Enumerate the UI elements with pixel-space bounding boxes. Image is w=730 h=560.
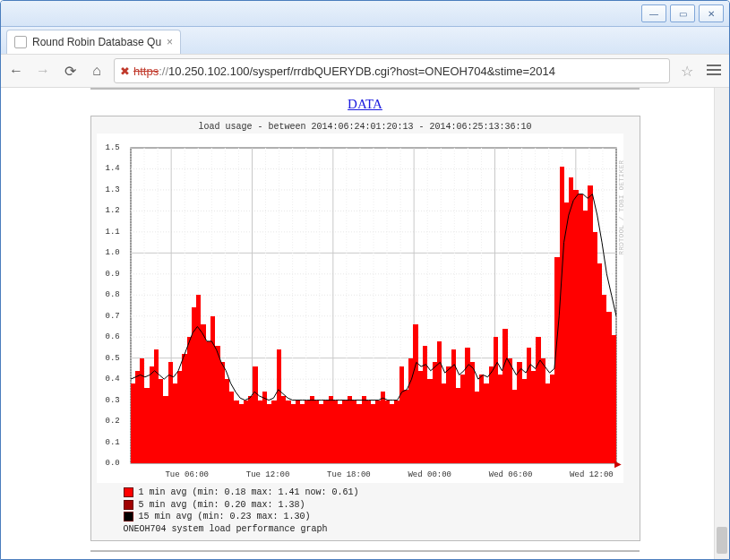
data-link-row: DATA	[19, 97, 711, 112]
window-maximize-button[interactable]: ▭	[670, 4, 695, 22]
scrollbar-track[interactable]	[714, 88, 729, 559]
tab-strip: Round Robin Database Qu ×	[1, 27, 729, 54]
y-tick-label: 1.2	[106, 206, 120, 215]
x-tick-label: Tue 06:00	[165, 470, 209, 479]
arrow-icon: ▶	[614, 459, 622, 469]
data-link[interactable]: DATA	[348, 97, 382, 111]
x-tick-label: Wed 00:00	[408, 470, 451, 479]
y-tick-label: 1.5	[106, 143, 120, 152]
y-tick-label: 1.1	[106, 228, 120, 237]
x-tick-label: Wed 12:00	[570, 470, 614, 479]
legend-text: 15 min avg (min: 0.23 max: 1.30)	[139, 511, 311, 523]
divider	[90, 88, 640, 90]
url-scheme: https	[133, 65, 159, 78]
y-tick-label: 0.8	[106, 290, 120, 299]
page-content: DATA load usage - between 2014:06:24:01:…	[1, 88, 729, 559]
y-tick-label: 1.3	[106, 185, 120, 194]
ssl-warning-icon: ✖	[120, 65, 130, 78]
scrollbar-thumb[interactable]	[717, 527, 727, 554]
star-icon: ☆	[681, 63, 693, 80]
chart-title: load usage - between 2014:06:24:01:20:13…	[97, 122, 634, 132]
legend-footer: ONEOH704 system load performance graph	[124, 523, 632, 536]
legend-swatch-icon	[124, 512, 133, 521]
y-tick-label: 0.9	[106, 270, 120, 279]
legend-swatch-icon	[124, 487, 133, 497]
y-tick-label: 0.0	[106, 459, 120, 468]
back-button[interactable]: ←	[6, 61, 26, 81]
reload-icon: ⟳	[64, 63, 76, 80]
back-icon: ←	[9, 63, 23, 79]
address-bar[interactable]: ✖ https://10.250.102.100/sysperf/rrdbQUE…	[114, 58, 670, 83]
legend: 1 min avg (min: 0.18 max: 1.41 now: 0.61…	[97, 483, 634, 540]
plot-area: 0.00.10.20.30.40.50.60.70.80.91.01.11.21…	[97, 134, 623, 483]
maximize-icon: ▭	[679, 9, 687, 19]
y-tick-label: 0.3	[106, 396, 120, 405]
x-tick-label: Tue 12:00	[246, 470, 290, 479]
url-text: 10.250.102.100/sysperf/rrdbQUERYDB.cgi?h…	[168, 65, 555, 78]
rrd-graph: load usage - between 2014:06:24:01:20:13…	[90, 116, 640, 541]
bookmark-button[interactable]: ☆	[677, 61, 697, 81]
hamburger-icon	[707, 65, 721, 77]
menu-button[interactable]	[704, 61, 724, 81]
y-tick-label: 0.1	[106, 438, 120, 447]
browser-window: — ▭ ✕ Round Robin Database Qu × ← → ⟳ ⌂ …	[0, 0, 730, 560]
legend-text: 5 min avg (min: 0.20 max: 1.38)	[139, 499, 305, 512]
y-tick-label: 1.0	[106, 248, 120, 257]
home-button[interactable]: ⌂	[87, 61, 107, 81]
y-tick-label: 0.5	[106, 354, 120, 363]
close-icon: ✕	[708, 9, 715, 19]
forward-button[interactable]: →	[33, 61, 53, 81]
browser-tab[interactable]: Round Robin Database Qu ×	[6, 30, 181, 54]
favicon-icon	[14, 36, 27, 48]
divider	[90, 550, 640, 552]
y-tick-label: 0.7	[106, 312, 120, 321]
legend-row-1min: 1 min avg (min: 0.18 max: 1.41 now: 0.61…	[124, 487, 632, 499]
toolbar: ← → ⟳ ⌂ ✖ https://10.250.102.100/sysperf…	[1, 54, 729, 88]
page-viewport: DATA load usage - between 2014:06:24:01:…	[1, 88, 729, 559]
reload-button[interactable]: ⟳	[60, 61, 80, 81]
window-titlebar: — ▭ ✕	[1, 1, 729, 27]
legend-text: 1 min avg (min: 0.18 max: 1.41 now: 0.61…	[139, 487, 359, 499]
window-minimize-button[interactable]: —	[641, 4, 666, 22]
y-tick-label: 0.4	[106, 375, 120, 383]
forward-icon: →	[36, 63, 50, 79]
tab-close-icon[interactable]: ×	[167, 36, 173, 48]
minimize-icon: —	[649, 9, 658, 19]
url-separator: ://	[159, 65, 168, 78]
y-tick-label: 0.2	[106, 417, 120, 426]
rrdtool-watermark: RRDTOOL / TOBI OETIKER	[617, 160, 625, 255]
y-tick-label: 0.6	[106, 332, 120, 341]
x-tick-label: Wed 06:00	[489, 470, 533, 479]
window-close-button[interactable]: ✕	[699, 4, 724, 22]
legend-swatch-icon	[124, 500, 133, 510]
home-icon: ⌂	[92, 63, 101, 79]
x-tick-label: Tue 18:00	[327, 470, 371, 479]
legend-row-15min: 15 min avg (min: 0.23 max: 1.30)	[124, 511, 632, 523]
series-1min-area	[131, 148, 616, 463]
tab-title: Round Robin Database Qu	[32, 36, 161, 48]
legend-row-5min: 5 min avg (min: 0.20 max: 1.38)	[124, 499, 632, 512]
y-tick-label: 1.4	[106, 164, 120, 173]
